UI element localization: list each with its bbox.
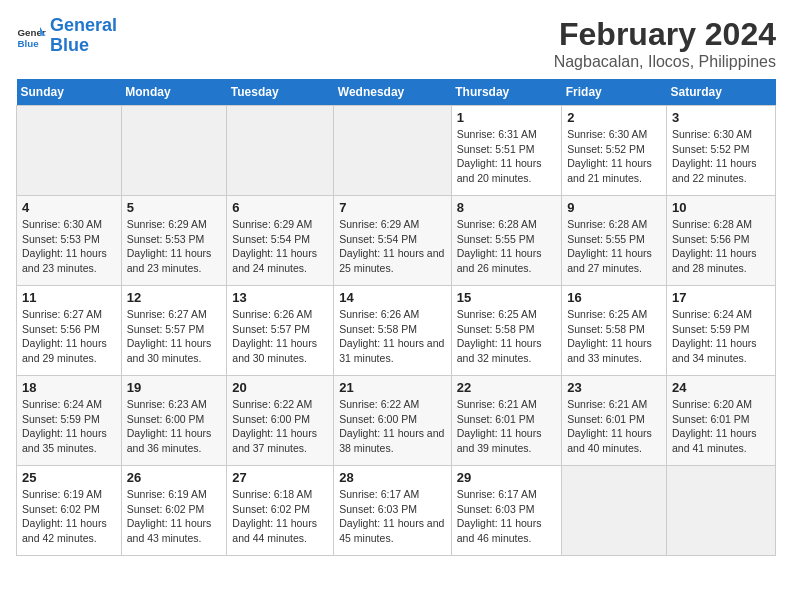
page-subtitle: Nagbacalan, Ilocos, Philippines [554,53,776,71]
day-info: Sunrise: 6:23 AMSunset: 6:00 PMDaylight:… [127,397,222,456]
calendar-cell: 2Sunrise: 6:30 AMSunset: 5:52 PMDaylight… [562,106,667,196]
calendar-cell [227,106,334,196]
calendar-cell: 7Sunrise: 6:29 AMSunset: 5:54 PMDaylight… [334,196,452,286]
day-info: Sunrise: 6:27 AMSunset: 5:57 PMDaylight:… [127,307,222,366]
day-number: 24 [672,380,770,395]
week-row-0: 1Sunrise: 6:31 AMSunset: 5:51 PMDaylight… [17,106,776,196]
calendar-cell: 12Sunrise: 6:27 AMSunset: 5:57 PMDayligh… [121,286,227,376]
day-info: Sunrise: 6:28 AMSunset: 5:56 PMDaylight:… [672,217,770,276]
day-number: 25 [22,470,116,485]
day-number: 1 [457,110,556,125]
calendar-cell [334,106,452,196]
calendar-cell: 21Sunrise: 6:22 AMSunset: 6:00 PMDayligh… [334,376,452,466]
day-info: Sunrise: 6:21 AMSunset: 6:01 PMDaylight:… [457,397,556,456]
day-number: 14 [339,290,446,305]
day-info: Sunrise: 6:17 AMSunset: 6:03 PMDaylight:… [339,487,446,546]
day-number: 5 [127,200,222,215]
calendar-cell [17,106,122,196]
day-number: 13 [232,290,328,305]
day-info: Sunrise: 6:29 AMSunset: 5:53 PMDaylight:… [127,217,222,276]
day-number: 21 [339,380,446,395]
day-number: 27 [232,470,328,485]
calendar-cell: 10Sunrise: 6:28 AMSunset: 5:56 PMDayligh… [666,196,775,286]
day-number: 26 [127,470,222,485]
calendar-cell: 19Sunrise: 6:23 AMSunset: 6:00 PMDayligh… [121,376,227,466]
calendar-cell: 4Sunrise: 6:30 AMSunset: 5:53 PMDaylight… [17,196,122,286]
calendar-cell: 28Sunrise: 6:17 AMSunset: 6:03 PMDayligh… [334,466,452,556]
day-info: Sunrise: 6:24 AMSunset: 5:59 PMDaylight:… [22,397,116,456]
day-info: Sunrise: 6:19 AMSunset: 6:02 PMDaylight:… [127,487,222,546]
col-header-tuesday: Tuesday [227,79,334,106]
calendar-cell: 15Sunrise: 6:25 AMSunset: 5:58 PMDayligh… [451,286,561,376]
day-info: Sunrise: 6:31 AMSunset: 5:51 PMDaylight:… [457,127,556,186]
day-number: 2 [567,110,661,125]
col-header-monday: Monday [121,79,227,106]
calendar-cell: 20Sunrise: 6:22 AMSunset: 6:00 PMDayligh… [227,376,334,466]
day-info: Sunrise: 6:24 AMSunset: 5:59 PMDaylight:… [672,307,770,366]
logo-text: General Blue [50,16,117,56]
calendar-cell: 8Sunrise: 6:28 AMSunset: 5:55 PMDaylight… [451,196,561,286]
logo: General Blue General Blue [16,16,117,56]
day-info: Sunrise: 6:25 AMSunset: 5:58 PMDaylight:… [457,307,556,366]
calendar-cell: 26Sunrise: 6:19 AMSunset: 6:02 PMDayligh… [121,466,227,556]
logo-icon: General Blue [16,21,46,51]
day-number: 3 [672,110,770,125]
page-title: February 2024 [554,16,776,53]
day-info: Sunrise: 6:22 AMSunset: 6:00 PMDaylight:… [339,397,446,456]
week-row-4: 25Sunrise: 6:19 AMSunset: 6:02 PMDayligh… [17,466,776,556]
calendar-cell: 5Sunrise: 6:29 AMSunset: 5:53 PMDaylight… [121,196,227,286]
calendar-cell: 13Sunrise: 6:26 AMSunset: 5:57 PMDayligh… [227,286,334,376]
calendar-cell: 25Sunrise: 6:19 AMSunset: 6:02 PMDayligh… [17,466,122,556]
day-number: 11 [22,290,116,305]
calendar-cell: 22Sunrise: 6:21 AMSunset: 6:01 PMDayligh… [451,376,561,466]
day-number: 9 [567,200,661,215]
day-info: Sunrise: 6:17 AMSunset: 6:03 PMDaylight:… [457,487,556,546]
day-number: 16 [567,290,661,305]
day-number: 22 [457,380,556,395]
calendar-cell: 14Sunrise: 6:26 AMSunset: 5:58 PMDayligh… [334,286,452,376]
day-info: Sunrise: 6:30 AMSunset: 5:52 PMDaylight:… [672,127,770,186]
calendar-cell [666,466,775,556]
col-header-sunday: Sunday [17,79,122,106]
logo-line1: General [50,15,117,35]
col-header-friday: Friday [562,79,667,106]
day-info: Sunrise: 6:30 AMSunset: 5:52 PMDaylight:… [567,127,661,186]
day-info: Sunrise: 6:29 AMSunset: 5:54 PMDaylight:… [232,217,328,276]
calendar-cell: 23Sunrise: 6:21 AMSunset: 6:01 PMDayligh… [562,376,667,466]
day-info: Sunrise: 6:26 AMSunset: 5:57 PMDaylight:… [232,307,328,366]
title-area: February 2024 Nagbacalan, Ilocos, Philip… [554,16,776,71]
day-info: Sunrise: 6:26 AMSunset: 5:58 PMDaylight:… [339,307,446,366]
day-number: 18 [22,380,116,395]
calendar-header-row: SundayMondayTuesdayWednesdayThursdayFrid… [17,79,776,106]
week-row-2: 11Sunrise: 6:27 AMSunset: 5:56 PMDayligh… [17,286,776,376]
calendar-cell [121,106,227,196]
calendar-cell: 24Sunrise: 6:20 AMSunset: 6:01 PMDayligh… [666,376,775,466]
day-info: Sunrise: 6:28 AMSunset: 5:55 PMDaylight:… [567,217,661,276]
header: General Blue General Blue February 2024 … [16,16,776,71]
day-number: 7 [339,200,446,215]
svg-text:Blue: Blue [18,37,40,48]
day-info: Sunrise: 6:18 AMSunset: 6:02 PMDaylight:… [232,487,328,546]
day-number: 20 [232,380,328,395]
day-info: Sunrise: 6:21 AMSunset: 6:01 PMDaylight:… [567,397,661,456]
day-info: Sunrise: 6:25 AMSunset: 5:58 PMDaylight:… [567,307,661,366]
calendar-cell: 16Sunrise: 6:25 AMSunset: 5:58 PMDayligh… [562,286,667,376]
day-number: 4 [22,200,116,215]
calendar-cell: 29Sunrise: 6:17 AMSunset: 6:03 PMDayligh… [451,466,561,556]
calendar-cell: 11Sunrise: 6:27 AMSunset: 5:56 PMDayligh… [17,286,122,376]
day-info: Sunrise: 6:22 AMSunset: 6:00 PMDaylight:… [232,397,328,456]
calendar-table: SundayMondayTuesdayWednesdayThursdayFrid… [16,79,776,556]
day-number: 15 [457,290,556,305]
col-header-thursday: Thursday [451,79,561,106]
day-number: 10 [672,200,770,215]
day-info: Sunrise: 6:28 AMSunset: 5:55 PMDaylight:… [457,217,556,276]
calendar-cell [562,466,667,556]
calendar-cell: 9Sunrise: 6:28 AMSunset: 5:55 PMDaylight… [562,196,667,286]
col-header-saturday: Saturday [666,79,775,106]
day-number: 19 [127,380,222,395]
day-number: 12 [127,290,222,305]
calendar-cell: 3Sunrise: 6:30 AMSunset: 5:52 PMDaylight… [666,106,775,196]
week-row-3: 18Sunrise: 6:24 AMSunset: 5:59 PMDayligh… [17,376,776,466]
day-number: 29 [457,470,556,485]
col-header-wednesday: Wednesday [334,79,452,106]
